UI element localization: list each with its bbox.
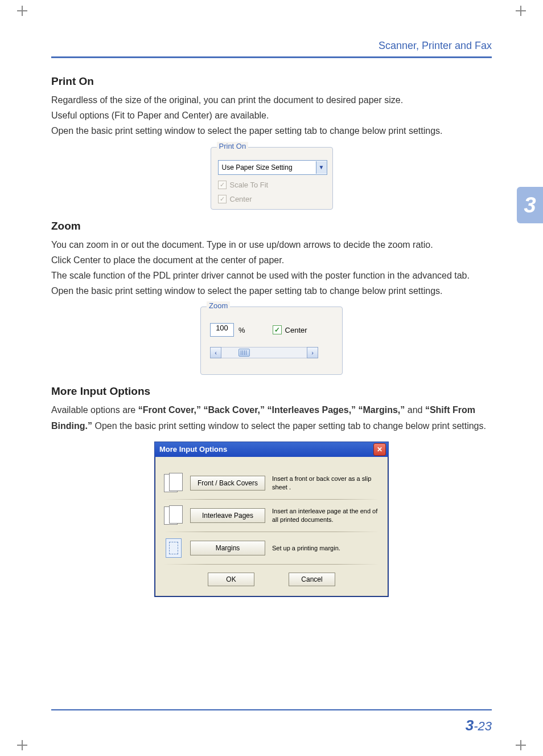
text: Open the basic print setting window to s…: [94, 421, 486, 431]
groupbox-legend: Zoom: [207, 301, 230, 310]
paragraph: The scale function of the PDL printer dr…: [51, 268, 492, 283]
content-area: Scanner, Printer and Fax Print On Regard…: [51, 40, 492, 710]
header-rule: [51, 56, 492, 58]
dialog-body: Front / Back Covers Insert a front or ba…: [155, 457, 388, 596]
checkbox-label: Center: [285, 326, 307, 334]
crop-mark: [17, 740, 27, 750]
more-input-options-dialog: More Input Options ✕ Front / Back Covers…: [154, 442, 389, 597]
chapter-title: Scanner, Printer and Fax: [51, 40, 492, 56]
crop-mark: [17, 6, 27, 16]
dialog-row-front-back: Front / Back Covers Insert a front or ba…: [164, 467, 379, 499]
zoom-groupbox: Zoom 100 % ✓ Center ‹ ›: [200, 307, 343, 375]
zoom-slider[interactable]: ‹ ›: [210, 347, 318, 358]
front-back-covers-icon: [164, 473, 183, 493]
row-description: Insert an interleave page at the end of …: [272, 507, 379, 524]
checkbox-label: Center: [230, 195, 252, 203]
combo-value: Use Paper Size Setting: [219, 164, 316, 171]
zoom-input[interactable]: 100: [210, 323, 234, 337]
ok-button[interactable]: OK: [208, 573, 254, 586]
chapter-tab: 3: [517, 187, 543, 223]
slider-thumb[interactable]: [238, 349, 250, 357]
margins-icon: [164, 538, 183, 558]
paragraph: Regardless of the size of the original, …: [51, 92, 492, 108]
paragraph: Click Center to place the document at th…: [51, 252, 492, 268]
bold-text: “Front Cover,” “Back Cover,” “Interleave…: [138, 405, 405, 415]
chevron-down-icon[interactable]: ▼: [316, 161, 327, 174]
dialog-titlebar[interactable]: More Input Options ✕: [155, 442, 388, 457]
dialog-title: More Input Options: [157, 445, 227, 453]
document-page: 3 Scanner, Printer and Fax Print On Rega…: [0, 0, 543, 756]
row-description: Set up a printing margin.: [272, 544, 379, 552]
slider-right-button[interactable]: ›: [307, 347, 318, 358]
paragraph: Available options are “Front Cover,” “Ba…: [51, 402, 492, 433]
checkbox-label: Scale To Fit: [230, 181, 269, 189]
separator: [164, 564, 379, 565]
section-title-more-input-options: More Input Options: [51, 385, 492, 398]
text: Available options are: [51, 405, 138, 415]
footer-rule: [51, 709, 492, 710]
checkbox-icon: ✓: [218, 195, 227, 203]
slider-track[interactable]: [221, 347, 307, 358]
dialog-actions: OK Cancel: [164, 573, 379, 586]
paragraph: Open the basic print setting window to s…: [51, 283, 492, 299]
checkbox-icon: ✓: [218, 181, 227, 189]
center-checkbox[interactable]: ✓ Center: [218, 195, 326, 203]
percent-label: %: [238, 326, 245, 334]
page-number-chapter: 3: [466, 717, 474, 734]
interleave-pages-button[interactable]: Interleave Pages: [190, 508, 265, 523]
text: and: [408, 405, 425, 415]
row-description: Insert a front or back cover as a slip s…: [272, 475, 379, 491]
crop-mark: [516, 6, 526, 16]
section-title-print-on: Print On: [51, 75, 492, 88]
close-icon[interactable]: ✕: [373, 443, 386, 456]
front-back-covers-button[interactable]: Front / Back Covers: [190, 476, 265, 491]
paragraph: You can zoom in or out the document. Typ…: [51, 237, 492, 252]
margins-button[interactable]: Margins: [190, 541, 265, 555]
groupbox-legend: Print On: [217, 142, 249, 150]
interleave-pages-icon: [164, 505, 183, 526]
print-on-groupbox: Print On Use Paper Size Setting ▼ ✓ Scal…: [211, 147, 333, 210]
dialog-row-margins: Margins Set up a printing margin.: [164, 532, 379, 564]
figure-more-input-options: More Input Options ✕ Front / Back Covers…: [51, 442, 492, 597]
paper-size-combo[interactable]: Use Paper Size Setting ▼: [218, 160, 327, 175]
cancel-button[interactable]: Cancel: [289, 573, 335, 586]
slider-left-button[interactable]: ‹: [210, 347, 221, 358]
figure-print-on: Print On Use Paper Size Setting ▼ ✓ Scal…: [51, 147, 492, 210]
page-number-page: -23: [474, 719, 492, 733]
chapter-number: 3: [524, 193, 536, 218]
scale-to-fit-checkbox[interactable]: ✓ Scale To Fit: [218, 181, 326, 189]
paragraph: Useful options (Fit to Paper and Center)…: [51, 108, 492, 123]
figure-zoom: Zoom 100 % ✓ Center ‹ ›: [51, 307, 492, 375]
zoom-center-checkbox[interactable]: ✓ Center: [273, 325, 307, 334]
paragraph: Open the basic print setting window to s…: [51, 123, 492, 138]
checkbox-icon: ✓: [273, 325, 282, 334]
page-number: 3-23: [466, 717, 492, 734]
crop-mark: [516, 740, 526, 750]
section-title-zoom: Zoom: [51, 220, 492, 232]
dialog-row-interleave: Interleave Pages Insert an interleave pa…: [164, 500, 379, 532]
